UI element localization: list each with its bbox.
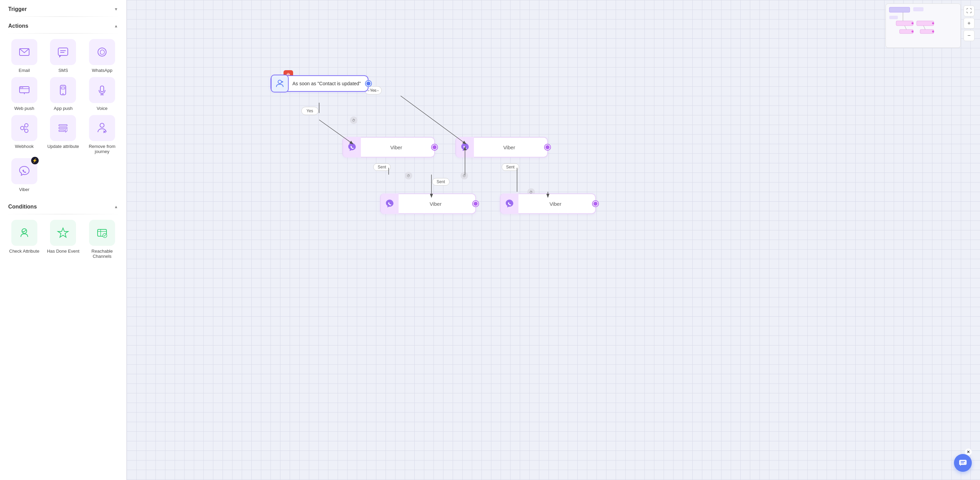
action-update-attribute[interactable]: Update attribute — [46, 115, 81, 154]
sent-label-2: Sent — [502, 163, 519, 171]
update-attribute-icon — [57, 122, 69, 134]
svg-point-46 — [932, 30, 934, 33]
svg-line-19 — [24, 126, 25, 128]
svg-rect-1 — [58, 48, 68, 56]
wait-icon-2: ⏱ — [405, 172, 412, 180]
actions-grid: Email SMS WhatsApp — [0, 33, 126, 197]
svg-point-7 — [20, 87, 21, 88]
viber-node-3-icon — [381, 194, 399, 214]
action-update-attribute-icon-box — [50, 115, 76, 141]
sent-label-1: Sent — [373, 163, 391, 171]
svg-rect-11 — [60, 85, 66, 95]
viber-node-1-icon — [343, 137, 361, 157]
reachable-channels-icon — [96, 227, 108, 239]
svg-point-16 — [21, 126, 24, 130]
mini-map — [886, 3, 961, 48]
chat-button[interactable] — [954, 454, 972, 472]
svg-point-17 — [25, 124, 28, 127]
action-email-icon-box — [11, 39, 37, 65]
action-web-push-label: Web push — [14, 106, 34, 111]
condition-reachable-channels[interactable]: Reachable Channels — [84, 220, 119, 259]
actions-section-header[interactable]: Actions ▲ — [0, 17, 126, 33]
viber-action-icon — [18, 165, 30, 177]
svg-line-20 — [24, 128, 25, 130]
condition-check-attribute-icon-box — [11, 220, 37, 246]
svg-rect-33 — [889, 7, 910, 12]
condition-check-attribute[interactable]: Check Attribute — [7, 220, 42, 259]
svg-rect-34 — [913, 7, 923, 11]
trigger-label: Trigger — [8, 6, 27, 12]
action-viber-label: Viber — [19, 187, 29, 192]
trigger-node-icon — [271, 75, 289, 92]
svg-line-42 — [923, 26, 925, 29]
condition-has-done-event[interactable]: Has Done Event — [46, 220, 81, 259]
action-whatsapp[interactable]: WhatsApp — [84, 39, 119, 73]
chat-icon — [958, 458, 967, 467]
action-update-attribute-label: Update attribute — [47, 144, 79, 149]
svg-point-8 — [22, 87, 23, 88]
action-remove-from-journey-label: Remove from journey — [84, 144, 119, 154]
sms-icon — [57, 46, 69, 58]
action-sms-label: SMS — [58, 68, 68, 73]
web-push-icon — [18, 84, 30, 96]
trigger-node[interactable]: As soon as "Contact is updated" — [270, 75, 368, 92]
conditions-section-header[interactable]: Conditions ▲ — [0, 197, 126, 214]
condition-has-done-event-label: Has Done Event — [47, 249, 80, 254]
action-viber[interactable]: ⚡ Viber — [7, 158, 42, 192]
action-voice-label: Voice — [97, 106, 108, 111]
svg-rect-36 — [896, 21, 913, 26]
action-app-push-label: App push — [54, 106, 73, 111]
svg-point-24 — [100, 123, 104, 127]
svg-line-41 — [905, 26, 906, 29]
conditions-arrow: ▲ — [114, 204, 118, 209]
viber-node-4-label: Viber — [519, 201, 590, 207]
check-attribute-icon — [18, 227, 30, 239]
webhook-icon — [18, 122, 30, 134]
svg-rect-35 — [889, 16, 898, 19]
action-app-push[interactable]: App push — [46, 77, 81, 111]
viber-node-3[interactable]: Viber — [380, 194, 476, 214]
viber-node-2[interactable]: Viber — [455, 137, 548, 157]
action-web-push[interactable]: Web push — [7, 77, 42, 111]
action-remove-from-journey[interactable]: Remove from journey — [84, 115, 119, 154]
conditions-label: Conditions — [8, 204, 37, 210]
trigger-connector-dot — [366, 81, 371, 86]
action-whatsapp-label: WhatsApp — [92, 68, 112, 73]
svg-rect-13 — [61, 87, 65, 89]
action-sms[interactable]: SMS — [46, 39, 81, 73]
svg-point-43 — [912, 22, 913, 24]
action-viber-icon-box: ⚡ — [11, 158, 37, 184]
action-voice[interactable]: Voice — [84, 77, 119, 111]
viber-node-3-label: Viber — [399, 201, 470, 207]
viber-icon-4 — [505, 199, 514, 208]
svg-rect-37 — [916, 21, 934, 26]
app-push-icon — [57, 84, 69, 96]
zoom-in-button[interactable]: + — [964, 18, 975, 29]
remove-from-journey-icon — [96, 122, 108, 134]
viber-node-2-label: Viber — [474, 145, 542, 150]
action-webhook[interactable]: Webhook — [7, 115, 42, 154]
action-email[interactable]: Email — [7, 39, 42, 73]
action-app-push-icon-box — [50, 77, 76, 103]
viber-node-4-connector — [593, 201, 598, 207]
viber-node-2-icon — [456, 137, 474, 157]
action-whatsapp-icon-box — [89, 39, 115, 65]
trigger-node-text: As soon as "Contact is updated" — [293, 81, 361, 86]
svg-point-4 — [98, 48, 106, 56]
fullscreen-button[interactable]: ⛶ — [964, 5, 975, 16]
wait-icon-3: ⏱ — [461, 172, 468, 180]
email-icon — [18, 46, 30, 58]
action-webhook-icon-box — [11, 115, 37, 141]
trigger-section-header[interactable]: Trigger ▼ — [0, 0, 126, 16]
condition-has-done-event-icon-box — [50, 220, 76, 246]
viber-node-1-label: Viber — [361, 145, 429, 150]
viber-node-4[interactable]: Viber — [500, 194, 596, 214]
svg-rect-38 — [899, 29, 913, 33]
canvas-area[interactable]: ⛶ + − 🗑 — [127, 0, 980, 480]
viber-icon-3 — [385, 199, 395, 208]
svg-rect-39 — [920, 29, 934, 33]
has-done-event-icon — [57, 227, 69, 239]
wait-icon-1: ⏱ — [350, 116, 358, 124]
viber-node-1[interactable]: Viber — [342, 137, 435, 157]
zoom-out-button[interactable]: − — [964, 30, 975, 41]
